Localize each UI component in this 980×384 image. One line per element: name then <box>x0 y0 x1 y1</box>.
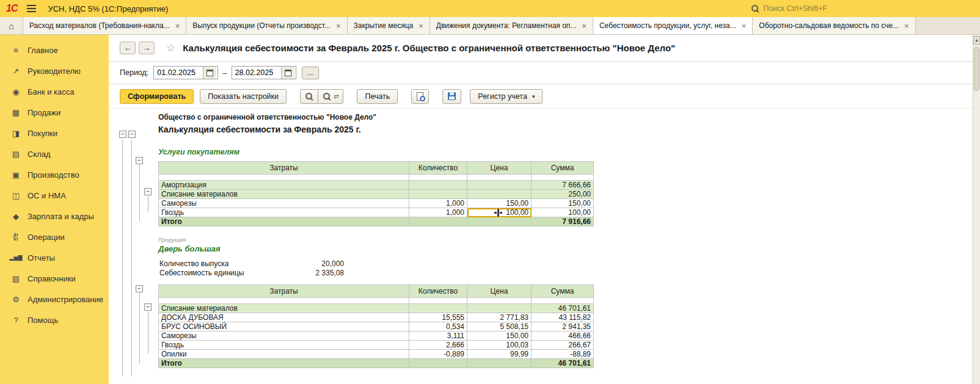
cell-qty[interactable]: -0,889 <box>409 350 467 359</box>
cell-qty[interactable]: 2,666 <box>409 341 467 350</box>
cell-label[interactable]: Гвоздь <box>159 208 409 217</box>
outline-collapse-materials-1-button[interactable]: − <box>144 188 152 195</box>
tab-zakrytie-mesyaca[interactable]: Закрытие месяца × <box>348 17 430 34</box>
sidebar-item-pokupki[interactable]: ◨Покупки <box>0 123 109 143</box>
sidebar-item-otchety[interactable]: ▂▅▇Отчеты <box>0 247 109 268</box>
cell-label[interactable]: Амортизация <box>159 181 409 190</box>
scrollbar-thumb[interactable] <box>974 47 979 91</box>
cell-sum[interactable]: 2 941,35 <box>532 322 594 331</box>
cell-qty[interactable] <box>409 217 467 226</box>
outline-level-1-button[interactable]: − <box>119 131 126 138</box>
cell-sum[interactable]: 7 666,66 <box>532 181 594 190</box>
cell-price[interactable]: 99,99 <box>467 350 532 359</box>
cell[interactable] <box>159 298 409 304</box>
search-next-button[interactable]: ⇄ <box>318 89 343 104</box>
selected-cell-price[interactable]: 100,00 <box>467 208 532 217</box>
sidebar-item-sklad[interactable]: ▤Склад <box>0 143 109 164</box>
stat-value[interactable]: 2 335,08 <box>283 268 346 277</box>
cell-sum[interactable]: 100,00 <box>532 208 594 217</box>
close-icon[interactable]: × <box>336 22 341 30</box>
tab-dvizheniya-dokumenta[interactable]: Движения документа: Регламентная оп... × <box>430 17 593 34</box>
cell-price[interactable] <box>467 190 532 199</box>
cell-qty[interactable]: 0,534 <box>409 322 467 331</box>
column-header-price[interactable]: Цена <box>467 285 532 298</box>
sidebar-item-pomoshch[interactable]: ?Помощь <box>0 310 109 330</box>
cell-sum[interactable]: 46 701,61 <box>532 359 594 368</box>
column-header-price[interactable]: Цена <box>467 162 532 175</box>
cell-price[interactable]: 5 508,15 <box>467 322 532 331</box>
cell-qty[interactable]: 1,000 <box>409 199 467 208</box>
cell-label[interactable]: Списание материалов <box>159 304 409 313</box>
show-settings-button[interactable]: Показать настройки <box>200 89 287 104</box>
cell-sum[interactable]: 150,00 <box>532 199 594 208</box>
cell-price[interactable] <box>467 181 532 190</box>
close-icon[interactable]: × <box>904 22 909 30</box>
period-to-calendar-button[interactable] <box>281 67 294 79</box>
cell[interactable] <box>409 175 467 181</box>
save-button[interactable] <box>442 89 461 104</box>
close-icon[interactable]: × <box>419 22 423 30</box>
period-to-input[interactable] <box>232 67 281 79</box>
close-icon[interactable]: × <box>175 22 180 30</box>
cell-sum[interactable]: 43 115,82 <box>532 313 594 322</box>
cell-label[interactable]: Итого <box>159 359 409 368</box>
sidebar-item-proizvodstvo[interactable]: ▣Производство <box>0 164 109 185</box>
back-button[interactable]: ← <box>120 42 136 54</box>
sidebar-item-os-i-nma[interactable]: ◫ОС и НМА <box>0 185 109 206</box>
preview-button[interactable] <box>411 89 429 104</box>
print-button[interactable]: Печать <box>357 89 398 104</box>
cell[interactable] <box>159 175 409 181</box>
cell-qty[interactable] <box>409 304 467 313</box>
column-header-quantity[interactable]: Количество <box>409 162 467 175</box>
cell-qty[interactable] <box>409 181 467 190</box>
sidebar-item-operacii[interactable]: Дт КтОперации <box>0 226 109 247</box>
cell[interactable] <box>409 298 467 304</box>
sidebar-item-prodazhi[interactable]: ▦Продажи <box>0 102 109 123</box>
cell-price[interactable] <box>467 359 532 368</box>
cell-qty[interactable]: 3,111 <box>409 331 467 341</box>
period-from-input[interactable] <box>154 67 203 79</box>
cell-qty[interactable]: 15,555 <box>409 313 467 322</box>
cell-label[interactable]: Саморезы <box>159 199 409 208</box>
cell[interactable] <box>467 298 532 304</box>
cell-price[interactable]: 150,00 <box>467 331 532 341</box>
register-dropdown-button[interactable]: Регистр учета▾ <box>470 89 543 104</box>
close-icon[interactable]: × <box>742 22 747 30</box>
stat-label[interactable]: Количество выпуска <box>158 259 283 268</box>
outline-collapse-production-button[interactable]: − <box>136 285 143 292</box>
cell-sum[interactable]: 266,67 <box>532 341 594 350</box>
tab-raskhod-materialov[interactable]: Расход материалов (Требования-накла... × <box>23 17 186 34</box>
favorite-star-icon[interactable]: ☆ <box>166 42 175 54</box>
tab-home[interactable]: ⌂ <box>0 17 23 34</box>
sidebar-item-bank-i-kassa[interactable]: ◉Банк и касса <box>0 81 109 102</box>
cell-price[interactable]: 150,00 <box>467 199 532 208</box>
cell-sum[interactable]: 250,00 <box>532 190 594 199</box>
cell[interactable] <box>532 298 594 304</box>
cell-sum[interactable]: 466,66 <box>532 331 594 341</box>
tab-vypusk-produkcii[interactable]: Выпуск продукции (Отчеты производст... × <box>186 17 347 34</box>
scroll-up-button[interactable]: ▴ <box>973 36 980 45</box>
cell[interactable] <box>467 175 532 181</box>
column-header-costs[interactable]: Затраты <box>159 285 409 298</box>
search-in-report-button[interactable] <box>300 89 318 104</box>
stat-label[interactable]: Себестоимость единицы <box>158 268 283 277</box>
cell-label[interactable]: Гвоздь <box>159 341 409 350</box>
forward-button[interactable]: → <box>139 42 155 54</box>
cell-label[interactable]: ДОСКА ДУБОВАЯ <box>159 313 409 322</box>
cell-label[interactable]: Списание материалов <box>159 190 409 199</box>
cell-label[interactable]: Опилки <box>159 350 409 359</box>
global-search[interactable]: Поиск Ctrl+Shift+F <box>751 4 827 13</box>
stat-value[interactable]: 20,000 <box>283 259 346 268</box>
outline-collapse-materials-2-button[interactable]: − <box>144 303 152 311</box>
period-from-calendar-button[interactable] <box>203 67 216 79</box>
sidebar-item-glavnoe[interactable]: ≡Главное <box>0 40 109 60</box>
cell-label[interactable]: БРУС ОСИНОВЫЙ <box>159 322 409 331</box>
outline-collapse-services-button[interactable]: − <box>136 157 143 164</box>
cell-price[interactable]: 100,03 <box>467 341 532 350</box>
tab-sebestoimost-produkcii[interactable]: Себестоимость продукции, услуг, неза... … <box>593 17 753 34</box>
main-menu-button[interactable] <box>26 4 38 13</box>
cell-qty[interactable] <box>409 359 467 368</box>
sidebar-item-administrirovanie[interactable]: ⚙Администрирование <box>0 289 109 310</box>
cell-price[interactable] <box>467 217 532 226</box>
period-more-button[interactable]: ... <box>302 67 319 79</box>
